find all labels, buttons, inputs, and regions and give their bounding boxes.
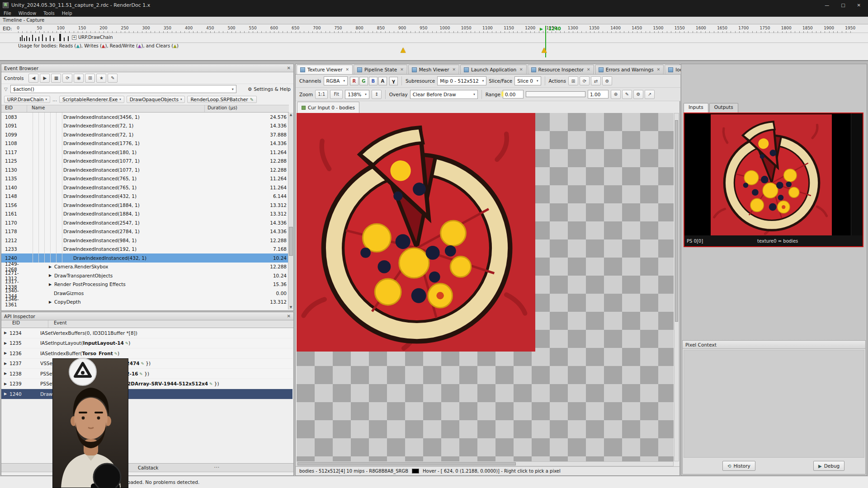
expand-arrow-icon[interactable]: ▶ bbox=[1, 382, 9, 386]
menu-help[interactable]: Help bbox=[58, 10, 76, 17]
range-max-input[interactable]: 1.00 bbox=[588, 90, 609, 99]
edit-range-icon[interactable]: ✎ bbox=[622, 90, 632, 99]
event-row[interactable]: 1108DrawIndexedInstanced(1776, 1)14.336 bbox=[1, 139, 289, 148]
range-slider[interactable] bbox=[526, 91, 585, 97]
cur-input-tab[interactable]: Cur Input 0 - bodies bbox=[297, 102, 359, 113]
expand-arrow-icon[interactable]: ▶ bbox=[1, 361, 9, 366]
channels-select[interactable]: RGBA ▾ bbox=[324, 76, 348, 85]
timeline-ruler[interactable]: EID: 05010015020025030035040045050055060… bbox=[0, 25, 868, 33]
zoom-1to1-button[interactable]: 1:1 bbox=[315, 90, 328, 99]
event-row[interactable]: 1130DrawIndexedInstanced(1077, 1)12.288 bbox=[1, 165, 289, 174]
scrollbar-thumb[interactable] bbox=[297, 462, 516, 465]
scrollbar-thumb[interactable] bbox=[675, 120, 678, 322]
event-row[interactable]: 1148DrawIndexedInstanced(432, 1)6.144 bbox=[1, 192, 289, 201]
event-row[interactable]: 1233DrawIndexedInstanced(192, 1)7.168 bbox=[1, 245, 289, 254]
event-row[interactable]: 1161DrawIndexedInstanced(1884, 1)13.312 bbox=[1, 210, 289, 219]
prev-event-icon[interactable]: ◀ bbox=[28, 74, 38, 83]
breadcrumb-item[interactable]: URP.DrawChain▾ bbox=[4, 96, 50, 103]
range-min-input[interactable]: 0.00 bbox=[503, 90, 524, 99]
edit-filter-icon[interactable]: ✎ bbox=[108, 74, 118, 83]
dots-menu-icon[interactable]: ⋯ bbox=[214, 464, 221, 470]
edit-icon[interactable]: ✎ bbox=[250, 97, 254, 102]
channel-b-button[interactable]: B bbox=[369, 77, 377, 85]
expand-icon[interactable]: + bbox=[72, 35, 76, 40]
tab-texture-viewer[interactable]: Texture Viewer✕ bbox=[297, 65, 353, 74]
event-row[interactable]: 1170DrawIndexedInstanced(2547, 1)14.336 bbox=[1, 218, 289, 227]
texture-hscrollbar[interactable] bbox=[297, 461, 674, 466]
tab-errors-and-warnings[interactable]: Errors and Warnings✕ bbox=[595, 65, 664, 74]
usage-marker-icon[interactable]: ▲ bbox=[401, 46, 406, 54]
api-event-row[interactable]: ▶1237VSSetConstantBuffers(1, { Buffer 12… bbox=[1, 359, 292, 369]
breadcrumb-item[interactable]: ScriptableRenderer.Exe▾ bbox=[59, 96, 124, 103]
timeline-drawchain[interactable]: + URP.DrawChain bbox=[72, 35, 113, 40]
debug-button[interactable]: ▶ Debug bbox=[813, 461, 844, 471]
expand-arrow-icon[interactable]: ▶ bbox=[49, 265, 52, 269]
expand-arrow-icon[interactable]: ▶ bbox=[1, 341, 9, 345]
callstack-bar[interactable]: Callstack ⋯ bbox=[1, 463, 293, 472]
api-event-row[interactable]: ▶1239PSSetShaderResources(0, { Texture2D… bbox=[1, 379, 292, 389]
next-event-icon[interactable]: ▶ bbox=[40, 74, 50, 83]
expand-arrow-icon[interactable]: ▶ bbox=[1, 371, 9, 375]
bookmark-icon[interactable]: ★ bbox=[96, 74, 106, 83]
event-row[interactable]: 1178DrawIndexedInstanced(2784, 1)14.336 bbox=[1, 227, 289, 236]
zoom-in-icon[interactable]: ⊕ bbox=[611, 90, 621, 99]
api-event-row[interactable]: ▶1236IASetIndexBuffer(Torso_Front ✎) bbox=[1, 348, 292, 359]
zoom-select[interactable]: 138% ▾ bbox=[345, 90, 369, 99]
expand-arrow-icon[interactable]: ▶ bbox=[49, 300, 52, 304]
thumbnail-image-pizza[interactable] bbox=[711, 114, 832, 235]
event-row[interactable]: 1249-1268▶Camera.RenderSkybox12.288 bbox=[1, 263, 289, 272]
swap-icon[interactable]: ⇄ bbox=[591, 76, 601, 85]
event-row[interactable]: 1156DrawIndexedInstanced(1884, 1)13.312 bbox=[1, 201, 289, 210]
timeline-icon[interactable]: ▦ bbox=[51, 74, 61, 83]
event-row[interactable]: 1340-1344DrawGizmos0.00 bbox=[1, 289, 289, 298]
api-event-row[interactable]: ▶1235IASetInputLayout(InputLayout-14 ✎) bbox=[1, 338, 292, 349]
input-texture-thumbnail[interactable]: PS 0[0] texture0 = bodies bbox=[684, 113, 863, 247]
timeline-track[interactable]: + URP.DrawChain bbox=[0, 33, 868, 43]
settings-icon[interactable]: ⚙ bbox=[602, 76, 612, 85]
close-button[interactable]: ✕ bbox=[857, 3, 861, 8]
expand-arrow-icon[interactable]: ▶ bbox=[49, 282, 52, 286]
tab-mesh-viewer[interactable]: Mesh Viewer✕ bbox=[408, 65, 459, 74]
event-filter-input[interactable]: $action() ▾ bbox=[10, 85, 236, 93]
breadcrumb-ellipsis[interactable]: ... bbox=[52, 97, 57, 102]
event-row[interactable]: 1117DrawIndexedInstanced(180, 1)11.264 bbox=[1, 148, 289, 157]
event-row[interactable]: 1271-1312▶DrawTransparentObjects10.24 bbox=[1, 271, 289, 280]
texture-vscrollbar[interactable] bbox=[674, 113, 679, 461]
close-tab-icon[interactable]: ✕ bbox=[587, 67, 590, 72]
gamma-button[interactable]: γ bbox=[389, 77, 398, 85]
close-panel-icon[interactable]: ✕ bbox=[287, 314, 291, 319]
event-row[interactable]: 1212DrawIndexedInstanced(984, 1)12.288 bbox=[1, 236, 289, 245]
overlay-select[interactable]: Clear Before Draw ▾ bbox=[410, 90, 478, 99]
tab-launch-application[interactable]: Launch Application✕ bbox=[460, 65, 527, 74]
expand-arrow-icon[interactable]: ▶ bbox=[49, 273, 52, 277]
expand-arrow-icon[interactable]: ▶ bbox=[1, 351, 9, 355]
minimize-button[interactable]: — bbox=[825, 3, 829, 8]
close-tab-icon[interactable]: ✕ bbox=[657, 67, 660, 72]
expand-arrow-icon[interactable]: ▶ bbox=[1, 392, 9, 396]
tab-inputs[interactable]: Inputs bbox=[684, 103, 708, 113]
close-panel-icon[interactable]: ✕ bbox=[287, 66, 291, 70]
event-row[interactable]: 1083DrawIndexedInstanced(3456, 1)24.576 bbox=[1, 113, 289, 122]
api-event-row[interactable]: ▶1234IASetVertexBuffers(0, ID3D11Buffer … bbox=[1, 328, 292, 338]
close-tab-icon[interactable]: ✕ bbox=[519, 67, 523, 72]
channel-r-button[interactable]: R bbox=[350, 77, 359, 85]
texture-image-pizza[interactable] bbox=[297, 113, 535, 352]
texture-viewport[interactable] bbox=[297, 113, 674, 461]
breadcrumb-item[interactable]: RenderLoop.SRPBatcher✎ bbox=[187, 96, 257, 103]
maximize-button[interactable]: □ bbox=[841, 3, 845, 8]
breadcrumb-item[interactable]: DrawOpaqueObjects▾ bbox=[127, 96, 185, 103]
next-thumbnail[interactable] bbox=[851, 113, 863, 235]
close-tab-icon[interactable]: ✕ bbox=[452, 67, 456, 72]
settings-help-link[interactable]: ⚙ Settings & Help bbox=[248, 86, 291, 92]
reset-range-icon[interactable]: ↗ bbox=[645, 90, 655, 99]
channel-g-button[interactable]: G bbox=[359, 77, 368, 85]
close-tab-icon[interactable]: ✕ bbox=[400, 67, 404, 72]
event-row[interactable]: 1135DrawIndexedInstanced(765, 1)11.264 bbox=[1, 174, 289, 183]
tab-outputs[interactable]: Outputs bbox=[709, 103, 738, 113]
scrollbar-thumb[interactable] bbox=[289, 227, 293, 256]
event-scrollbar[interactable]: ▲ ▼ bbox=[288, 113, 293, 310]
event-row[interactable]: 1317-1338▶Render PostProcessing Effects1… bbox=[1, 280, 289, 289]
refresh-icon[interactable]: ⟳ bbox=[62, 74, 72, 83]
event-row[interactable]: 1091DrawIndexedInstanced(72, 1)14.336 bbox=[1, 122, 289, 131]
pixel-context-view[interactable] bbox=[684, 350, 864, 458]
